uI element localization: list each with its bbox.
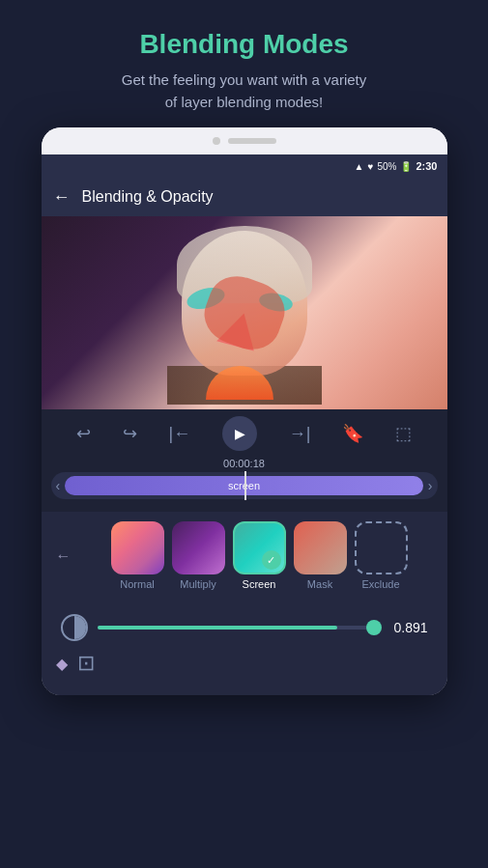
blend-thumb-normal [111,521,164,574]
wifi-icon: ♥ [368,161,374,172]
skip-start-button[interactable]: |← [168,424,190,444]
blend-thumb-exclude [355,521,408,574]
track-right-arrow[interactable]: › [428,478,433,493]
phone-top-bar [42,127,447,154]
blend-thumb-screen: ✓ [233,521,286,574]
diamond-icon[interactable]: ◆ [56,655,68,673]
blend-mode-multiply[interactable]: Multiply [172,521,225,590]
blend-thumb-multiply [172,521,225,574]
bottom-tool-row: ◆ ⊡ [42,641,447,681]
nav-bar: ← Blending & Opacity [42,178,447,216]
timeline-track[interactable]: ‹ screen › [51,472,438,499]
timeline-section: 00:00:18 ‹ screen › [42,458,447,512]
check-icon: ✓ [267,554,275,567]
page-subtitle: Get the feeling you want with a varietyo… [19,70,469,113]
app-screen: ▲ ♥ 50% 🔋 2:30 ← Blending & Opacity [42,154,447,695]
opacity-icon [61,614,88,641]
panel-back-arrow[interactable]: ← [56,547,72,565]
status-bar: ▲ ♥ 50% 🔋 2:30 [42,154,447,178]
phone-speaker [228,138,276,144]
bottom-panel: ← Normal Multiply [42,512,447,695]
signal-icon: ▲ [355,161,364,172]
opacity-icon-fill [74,616,86,639]
bookmark-button[interactable]: 🔖 [342,423,363,444]
blend-mode-mask[interactable]: Mask [294,521,347,590]
opacity-slider-thumb[interactable] [366,620,382,635]
page-title: Blending Modes [19,29,469,60]
time-indicator: 00:00:18 [51,458,438,469]
blending-modes-list: Normal Multiply ✓ Screen [86,521,433,590]
opacity-row: 0.891 [42,604,447,641]
play-icon: ▶ [235,426,245,441]
battery-icon: 🔋 [400,161,412,172]
play-button[interactable]: ▶ [222,416,257,451]
opacity-value: 0.891 [389,620,428,635]
undo-button[interactable]: ↩ [76,423,91,444]
figure-composition [167,221,322,405]
back-button[interactable]: ← [53,187,71,208]
blend-label-mask: Mask [307,578,332,590]
controls-bar: ↩ ↪ |← ▶ →| 🔖 ⬚ [42,409,447,458]
crop-icon[interactable]: ⊡ [77,651,95,676]
nav-title: Blending & Opacity [82,188,214,206]
blend-mode-normal[interactable]: Normal [111,521,164,590]
skip-end-button[interactable]: →| [289,424,311,444]
blend-label-exclude: Exclude [361,578,399,590]
blend-mode-exclude[interactable]: Exclude [355,521,408,590]
blend-mode-screen[interactable]: ✓ Screen [233,521,286,590]
export-button[interactable]: ⬚ [395,423,412,444]
redo-button[interactable]: ↪ [123,423,137,444]
track-left-arrow[interactable]: ‹ [56,478,61,493]
phone-mockup: ▲ ♥ 50% 🔋 2:30 ← Blending & Opacity [42,127,447,695]
phone-camera [213,137,220,145]
active-check-badge: ✓ [262,550,281,570]
status-icons: ▲ ♥ 50% 🔋 2:30 [355,160,438,172]
blend-label-screen: Screen [243,578,276,590]
video-preview [42,216,447,409]
video-figure [42,216,447,409]
blend-label-multiply: Multiply [180,578,215,590]
track-bar[interactable]: screen [65,476,423,495]
header-section: Blending Modes Get the feeling you want … [0,0,488,127]
opacity-slider-track[interactable] [98,626,380,630]
track-cursor [244,471,246,500]
blend-label-normal: Normal [120,578,154,590]
panel-nav-row: ← Normal Multiply [42,521,447,600]
opacity-slider-fill [98,626,337,630]
blend-thumb-mask [294,521,347,574]
battery-text: 50% [377,161,396,172]
time-display: 2:30 [416,160,437,172]
